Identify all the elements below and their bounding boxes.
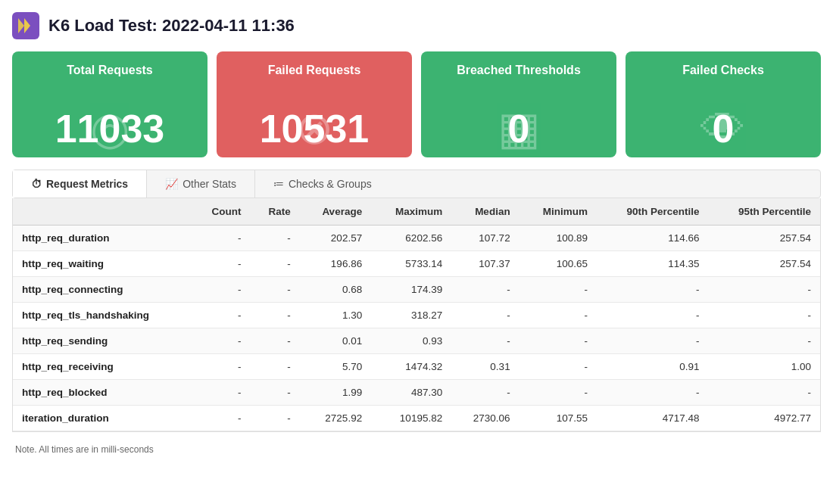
cell-name: iteration_duration: [13, 406, 192, 431]
stat-card-icon: 👁: [700, 106, 746, 151]
cell-average: 196.86: [300, 251, 371, 277]
tab-label: Request Metrics: [46, 178, 128, 190]
table-row: http_req_waiting--196.865733.14107.37100…: [13, 251, 820, 277]
cell-p95: 257.54: [708, 251, 820, 277]
page-header: K6 Load Test: 2022-04-11 11:36: [12, 12, 821, 39]
cell-p95: 257.54: [708, 226, 820, 251]
col-header-7: 90th Percentile: [597, 198, 709, 226]
k6-logo: [12, 12, 39, 39]
cell-minimum: -: [519, 328, 597, 354]
cell-median: -: [451, 328, 519, 354]
col-header-0: [13, 198, 192, 226]
cell-minimum: 100.65: [519, 251, 597, 277]
table-row: http_req_connecting--0.68174.39----: [13, 277, 820, 303]
table-row: iteration_duration--2725.9210195.822730.…: [13, 406, 820, 431]
cell-rate: -: [250, 354, 299, 380]
tab-request-metrics[interactable]: ⏱Request Metrics: [13, 170, 147, 198]
cell-minimum: 100.89: [519, 226, 597, 251]
col-header-5: Median: [451, 198, 519, 226]
cell-count: -: [192, 251, 250, 277]
table-row: http_req_receiving--5.701474.320.31-0.91…: [13, 354, 820, 380]
cell-name: http_req_duration: [13, 226, 192, 251]
col-header-4: Maximum: [371, 198, 451, 226]
cell-p90: 0.91: [597, 354, 709, 380]
cell-count: -: [192, 277, 250, 303]
cell-p95: -: [708, 380, 820, 406]
stat-card-label: Total Requests: [27, 64, 192, 77]
cell-maximum: 0.93: [371, 328, 451, 354]
cell-maximum: 10195.82: [371, 406, 451, 431]
stat-card-label: Failed Checks: [641, 64, 806, 77]
cell-maximum: 174.39: [371, 277, 451, 303]
cell-median: -: [451, 277, 519, 303]
stat-card-icon: ◎: [90, 106, 129, 151]
stat-card-total-requests: Total Requests 11033 ◎: [12, 51, 207, 157]
cell-average: 202.57: [300, 226, 371, 251]
stat-card-icon: ▦: [498, 106, 541, 151]
cell-p95: -: [708, 303, 820, 328]
cell-maximum: 5733.14: [371, 251, 451, 277]
cell-p90: -: [597, 277, 709, 303]
cell-name: http_req_sending: [13, 328, 192, 354]
cell-name: http_req_waiting: [13, 251, 192, 277]
stat-card-failed-requests: Failed Requests 10531 ⊗: [217, 51, 412, 157]
cell-rate: -: [250, 380, 299, 406]
cell-p90: 114.35: [597, 251, 709, 277]
table-row: http_req_sending--0.010.93----: [13, 328, 820, 354]
cell-count: -: [192, 354, 250, 380]
cell-minimum: 107.55: [519, 406, 597, 431]
cell-p90: -: [597, 303, 709, 328]
cell-p95: 4972.77: [708, 406, 820, 431]
stat-cards-container: Total Requests 11033 ◎ Failed Requests 1…: [12, 51, 821, 157]
tab-checks-groups[interactable]: ≔Checks & Groups: [255, 170, 390, 198]
cell-minimum: -: [519, 303, 597, 328]
cell-rate: -: [250, 303, 299, 328]
cell-median: 2730.06: [451, 406, 519, 431]
cell-minimum: -: [519, 354, 597, 380]
tab-label: Other Stats: [183, 178, 236, 190]
tab-other-stats[interactable]: 📈Other Stats: [147, 170, 255, 198]
cell-rate: -: [250, 328, 299, 354]
cell-maximum: 318.27: [371, 303, 451, 328]
cell-average: 0.01: [300, 328, 371, 354]
tabs-container: ⏱Request Metrics📈Other Stats≔Checks & Gr…: [12, 170, 821, 198]
cell-name: http_req_blocked: [13, 380, 192, 406]
cell-name: http_req_receiving: [13, 354, 192, 380]
table-row: http_req_blocked--1.99487.30----: [13, 380, 820, 406]
stat-card-label: Failed Requests: [232, 64, 397, 77]
cell-p95: 1.00: [708, 354, 820, 380]
stat-card-icon: ⊗: [295, 106, 333, 151]
cell-count: -: [192, 406, 250, 431]
table-note: Note. All times are in milli-seconds: [12, 438, 821, 461]
cell-maximum: 487.30: [371, 380, 451, 406]
cell-average: 0.68: [300, 277, 371, 303]
cell-p90: -: [597, 328, 709, 354]
table-body: http_req_duration--202.576202.56107.7210…: [13, 226, 820, 431]
page-title: K6 Load Test: 2022-04-11 11:36: [48, 16, 295, 36]
cell-p90: 4717.48: [597, 406, 709, 431]
cell-p95: -: [708, 328, 820, 354]
cell-count: -: [192, 303, 250, 328]
cell-maximum: 6202.56: [371, 226, 451, 251]
cell-maximum: 1474.32: [371, 354, 451, 380]
table-header-row: CountRateAverageMaximumMedianMinimum90th…: [13, 198, 820, 226]
cell-count: -: [192, 226, 250, 251]
cell-minimum: -: [519, 277, 597, 303]
metrics-table-container: CountRateAverageMaximumMedianMinimum90th…: [12, 198, 821, 432]
cell-name: http_req_connecting: [13, 277, 192, 303]
col-header-3: Average: [300, 198, 371, 226]
cell-average: 5.70: [300, 354, 371, 380]
stat-card-breached-thresholds: Breached Thresholds 0 ▦: [421, 51, 616, 157]
cell-rate: -: [250, 226, 299, 251]
table-row: http_req_tls_handshaking--1.30318.27----: [13, 303, 820, 328]
cell-median: 0.31: [451, 354, 519, 380]
col-header-6: Minimum: [519, 198, 597, 226]
cell-count: -: [192, 380, 250, 406]
cell-minimum: -: [519, 380, 597, 406]
cell-median: -: [451, 380, 519, 406]
cell-p95: -: [708, 277, 820, 303]
table-header: CountRateAverageMaximumMedianMinimum90th…: [13, 198, 820, 226]
tab-icon: 📈: [165, 178, 178, 190]
col-header-8: 95th Percentile: [708, 198, 820, 226]
cell-median: -: [451, 303, 519, 328]
